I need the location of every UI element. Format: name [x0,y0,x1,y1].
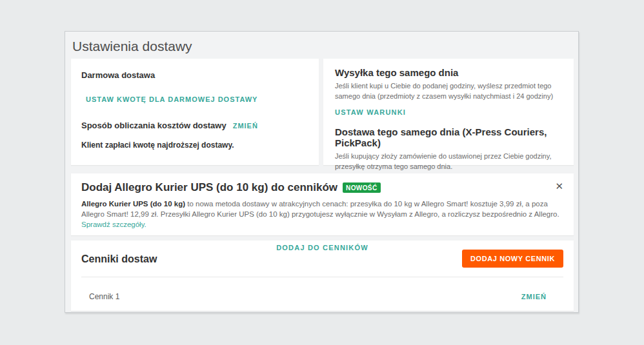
edit-price-list-link[interactable]: ZMIEŃ [521,293,547,301]
cost-calculation-label: Sposób obliczania kosztów dostawy [81,121,226,130]
close-icon[interactable]: ✕ [554,180,565,192]
price-list-row: Cennik 1 ZMIEŃ [81,277,563,301]
delivery-settings-panel: Ustawienia dostawy Darmowa dostawa USTAW… [65,31,579,313]
same-day-card: Wysyłka tego samego dnia Jeśli klient ku… [323,59,574,165]
price-list-name: Cennik 1 [89,292,119,301]
new-badge: NOWOŚĆ [343,182,381,193]
same-day-delivery-heading: Dostawa tego samego dnia (X-Press Courie… [335,126,562,148]
ups-courier-banner: Dodaj Allegro Kurier UPS (do 10 kg) do c… [71,173,574,235]
cards-container: Darmowa dostawa USTAW KWOTĘ DLA DARMOWEJ… [65,59,578,314]
check-details-link[interactable]: Sprawdź szczegóły. [81,221,146,228]
banner-footer: DODAJ DO CENNIKÓW [81,235,563,253]
top-cards-row: Darmowa dostawa USTAW KWOTĘ DLA DARMOWEJ… [71,59,574,165]
same-day-shipping-heading: Wysyłka tego samego dnia [335,67,562,78]
banner-body-bold: Allegro Kurier UPS (do 10 kg) [81,200,185,208]
set-free-delivery-amount-link[interactable]: USTAW KWOTĘ DLA DARMOWEJ DOSTAWY [86,95,257,103]
set-shipping-conditions-link[interactable]: USTAW WARUNKI [335,108,406,116]
banner-title: Dodaj Allegro Kurier UPS (do 10 kg) do c… [81,181,337,194]
change-calculation-link[interactable]: ZMIEŃ [233,122,258,130]
same-day-delivery-description: Jeśli kupujący złoży zamówienie do ustaw… [335,152,562,172]
cost-calculation-line: Sposób obliczania kosztów dostawy ZMIEŃ [81,121,308,130]
free-delivery-card: Darmowa dostawa USTAW KWOTĘ DLA DARMOWEJ… [71,59,319,165]
free-delivery-heading: Darmowa dostawa [81,70,308,80]
same-day-shipping-description: Jeśli klient kupi u Ciebie do podanej go… [335,81,562,102]
banner-body: Allegro Kurier UPS (do 10 kg) to nowa me… [81,199,563,230]
cost-calculation-value: Klient zapłaci kwotę najdroższej dostawy… [81,141,308,150]
add-to-price-lists-link[interactable]: DODAJ DO CENNIKÓW [276,244,368,251]
page-title: Ustawienia dostawy [65,32,578,59]
banner-header: Dodaj Allegro Kurier UPS (do 10 kg) do c… [81,181,563,194]
